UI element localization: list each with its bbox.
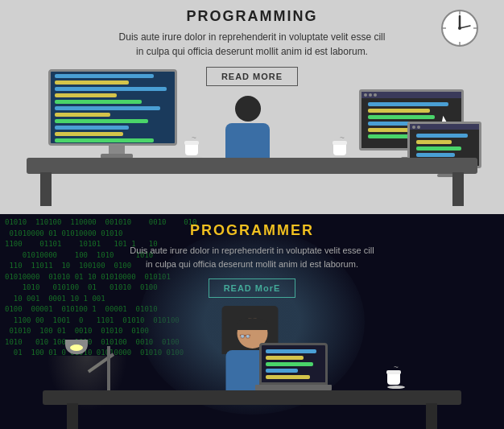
person-body-top — [225, 123, 270, 159]
person-head-top — [235, 96, 261, 122]
desk-surface-top — [27, 158, 477, 174]
glasses-icon: 👓 — [239, 331, 251, 342]
laptop-base — [255, 385, 332, 390]
programmer-top — [225, 96, 270, 159]
desk-lamp — [107, 346, 110, 390]
monitors-right-group — [359, 89, 472, 162]
desk-surface-bottom — [43, 390, 461, 405]
bottom-content: PROGRAMMER Duis aute irure dolor in repr… — [0, 222, 504, 304]
clock — [440, 8, 480, 48]
bottom-read-more-button[interactable]: READ MorE — [209, 278, 296, 298]
bottom-subtitle: Duis aute irure dolor in reprehenderit i… — [130, 244, 374, 270]
desk-leg-left-top — [40, 172, 52, 206]
bottom-title: PROGRAMMER — [190, 222, 314, 239]
person-hair-bottom — [237, 318, 267, 330]
laptop — [259, 343, 332, 390]
laptop-screen — [259, 343, 328, 385]
desk-scene-top: ~ ~ — [0, 85, 504, 214]
desk-scene-bottom: 👓 ~ — [27, 292, 477, 429]
desk-leg-bottom-right — [426, 403, 437, 429]
desk-leg-right-top — [452, 172, 464, 206]
desk-leg-bottom-left — [67, 403, 78, 429]
coffee-cup-left: ~ — [185, 134, 203, 159]
top-read-more-button[interactable]: READ MORE — [206, 67, 298, 86]
top-title: PROGRAMMING — [119, 8, 386, 25]
coffee-cup-bottom: ~ — [387, 363, 405, 389]
monitor-left — [48, 69, 185, 158]
monitor-left-screen — [48, 69, 177, 146]
bottom-banner: 01010 110100 110000 001010 0010 010 0101… — [0, 214, 504, 429]
coffee-cup-right: ~ — [333, 134, 351, 159]
top-banner: PROGRAMMING Duis aute irure dolor in rep… — [0, 0, 504, 214]
top-subtitle: Duis aute irure dolor in reprehenderit i… — [119, 30, 386, 59]
